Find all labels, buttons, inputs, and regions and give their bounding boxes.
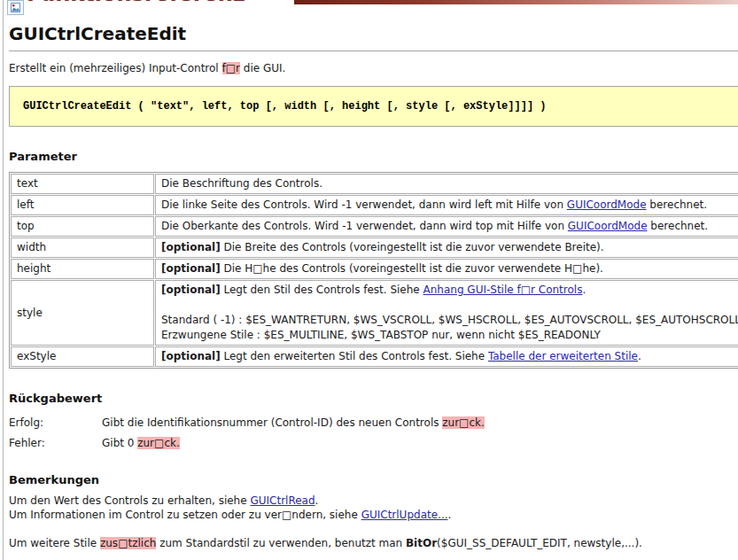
- text-run: Die Oberkante des Controls. Wird -1 verw…: [161, 220, 568, 232]
- bold-text: [optional]: [161, 262, 221, 275]
- pane-left-border: [3, 0, 4, 560]
- doc-link[interactable]: GUICoordMode: [568, 220, 648, 232]
- text-line: Um den Wert des Controls zu erhalten, si…: [9, 494, 738, 508]
- title-divider: [9, 51, 738, 51]
- text-line: Gibt die Identifikationsnummer (Control-…: [102, 416, 485, 430]
- text-line: [optional] Die Breite des Controls (vore…: [161, 240, 738, 255]
- param-desc: [optional] Die Breite des Controls (vore…: [155, 237, 738, 258]
- intro-paragraph: Erstellt ein (mehrzeiliges) Input-Contro…: [9, 61, 738, 75]
- text-run: Standard ( -1) : $ES_WANTRETURN, $WS_VSC…: [161, 314, 738, 326]
- param-row: topDie Oberkante des Controls. Wird -1 v…: [11, 216, 738, 237]
- doc-link[interactable]: GUICtrlRead: [250, 494, 315, 507]
- param-name: exStyle: [11, 346, 154, 367]
- text-line: Die linke Seite des Controls. Wird -1 ve…: [161, 198, 738, 213]
- param-name: style: [11, 280, 154, 346]
- bold-text: [optional]: [161, 241, 221, 253]
- return-desc: Gibt die Identifikationsnummer (Control-…: [102, 416, 485, 430]
- text-run: Legt den Stil des Controls fest. Siehe: [221, 284, 423, 296]
- page-title: GUICtrlCreateEdit: [9, 23, 738, 44]
- parameters-heading: Parameter: [9, 150, 738, 164]
- param-row: height[optional] Die H□he des Controls (…: [11, 259, 738, 279]
- highlighted-text: zur□ck.: [442, 416, 485, 429]
- return-label: Erfolg:: [9, 416, 102, 430]
- text-run: berechnet.: [647, 198, 708, 211]
- text-line: Die Beschriftung des Controls.: [161, 176, 738, 191]
- bold-text: [optional]: [161, 350, 221, 362]
- help-page: Funktionsreferenz GUICtrlCreateEdit Erst…: [0, 0, 738, 560]
- text-run: Um Informationen im Control zu setzen od…: [9, 509, 361, 521]
- parameters-table: textDie Beschriftung des Controls.leftDi…: [9, 172, 738, 369]
- bold-text: [optional]: [161, 284, 221, 296]
- text-run: Die linke Seite des Controls. Wird -1 ve…: [161, 198, 567, 211]
- parameters-table-body: textDie Beschriftung des Controls.leftDi…: [11, 174, 738, 367]
- syntax-code: GUICtrlCreateEdit ( "text", left, top [,…: [23, 100, 547, 113]
- text-run: Erstellt ein (mehrzeiliges) Input-Contro…: [9, 62, 222, 74]
- doc-link[interactable]: GUICoordMode: [567, 198, 647, 211]
- param-name: top: [11, 216, 154, 237]
- param-desc: Die Beschriftung des Controls.: [155, 174, 738, 194]
- return-label: Fehler:: [9, 436, 102, 450]
- text-run: .: [448, 509, 452, 521]
- syntax-box: GUICtrlCreateEdit ( "text", left, top [,…: [9, 86, 738, 127]
- text-line: Um weitere Stile zus□tzlich zum Standard…: [9, 536, 738, 550]
- text-line: [optional] Legt den Stil des Controls fe…: [161, 283, 738, 298]
- page-content: GUICtrlCreateEdit Erstellt ein (mehrzeil…: [0, 23, 738, 550]
- param-name: height: [11, 259, 154, 279]
- doc-link[interactable]: Anhang GUI-Stile f□r Controls: [423, 284, 583, 296]
- highlighted-text: zus□tzlich: [100, 537, 156, 549]
- text-line: [optional] Legt den erweiterten Stil des…: [161, 349, 738, 364]
- return-value-rows: Erfolg:Gibt die Identifikationsnummer (C…: [9, 416, 738, 450]
- param-desc: [optional] Die H□he des Controls (vorein…: [155, 259, 738, 279]
- text-run: Legt den erweiterten Stil des Controls f…: [221, 350, 488, 362]
- doc-link[interactable]: Tabelle der erweiterten Stile: [488, 350, 638, 362]
- text-run: Um weitere Stile: [9, 537, 100, 549]
- param-desc: Die Oberkante des Controls. Wird -1 verw…: [155, 216, 738, 237]
- remarks-heading: Bemerkungen: [9, 473, 738, 487]
- text-line: Erzwungene Stile : $ES_MULTILINE, $WS_TA…: [161, 328, 738, 343]
- param-row: style[optional] Legt den Stil des Contro…: [11, 280, 738, 346]
- text-run: Die Breite des Controls (voreingestellt …: [221, 241, 604, 253]
- text-line: [161, 298, 738, 313]
- header-gradient-bar: [294, 0, 738, 4]
- text-run: Gibt die Identifikationsnummer (Control-…: [102, 416, 442, 429]
- text-run: .: [638, 350, 641, 362]
- param-desc: [optional] Legt den Stil des Controls fe…: [155, 280, 738, 346]
- text-run: Die Beschriftung des Controls.: [161, 177, 322, 190]
- param-desc: Die linke Seite des Controls. Wird -1 ve…: [155, 195, 738, 215]
- text-run: .: [315, 494, 319, 507]
- text-line: Die Oberkante des Controls. Wird -1 verw…: [161, 219, 738, 234]
- broken-image-icon: [7, 0, 24, 15]
- param-name: left: [11, 195, 154, 215]
- highlighted-text: f□r: [222, 62, 241, 74]
- text-run: berechnet.: [648, 220, 709, 232]
- highlighted-text: zur□ck.: [137, 437, 180, 449]
- text-run: Gibt 0: [102, 437, 137, 449]
- doc-link[interactable]: GUICtrlUpdate...: [361, 509, 448, 521]
- text-run: ($GUI_SS_DEFAULT_EDIT, newstyle,...).: [437, 537, 642, 549]
- text-run: Um den Wert des Controls zu erhalten, si…: [9, 494, 250, 507]
- param-row: exStyle[optional] Legt den erweiterten S…: [11, 346, 738, 367]
- param-desc: [optional] Legt den erweiterten Stil des…: [155, 346, 738, 367]
- return-row: Fehler:Gibt 0 zur□ck.: [9, 436, 738, 450]
- text-run: zum Standardstil zu verwenden, benutzt m…: [156, 537, 406, 549]
- text-run: die GUI.: [240, 62, 285, 74]
- header-kicker: Funktionsreferenz: [27, 0, 245, 4]
- text-line: Gibt 0 zur□ck.: [102, 436, 180, 450]
- param-name: text: [11, 174, 154, 194]
- param-name: width: [11, 237, 154, 258]
- text-line: Um Informationen im Control zu setzen od…: [9, 508, 738, 522]
- broken-image-glyph: [11, 3, 20, 12]
- text-line: Erstellt ein (mehrzeiliges) Input-Contro…: [9, 61, 738, 75]
- remarks-paragraph: Um den Wert des Controls zu erhalten, si…: [9, 494, 738, 550]
- return-row: Erfolg:Gibt die Identifikationsnummer (C…: [9, 416, 738, 430]
- text-run: Erzwungene Stile : $ES_MULTILINE, $WS_TA…: [161, 329, 601, 341]
- text-line: [optional] Die H□he des Controls (vorein…: [161, 261, 738, 276]
- text-run: .: [582, 284, 586, 296]
- text-line: Standard ( -1) : $ES_WANTRETURN, $WS_VSC…: [161, 313, 738, 328]
- param-row: leftDie linke Seite des Controls. Wird -…: [11, 195, 738, 215]
- bold-text: BitOr: [406, 537, 437, 549]
- param-row: textDie Beschriftung des Controls.: [11, 174, 738, 194]
- text-run: Die H□he des Controls (voreingestellt is…: [221, 262, 603, 275]
- return-desc: Gibt 0 zur□ck.: [102, 436, 180, 450]
- return-value-heading: Rückgabewert: [9, 392, 738, 406]
